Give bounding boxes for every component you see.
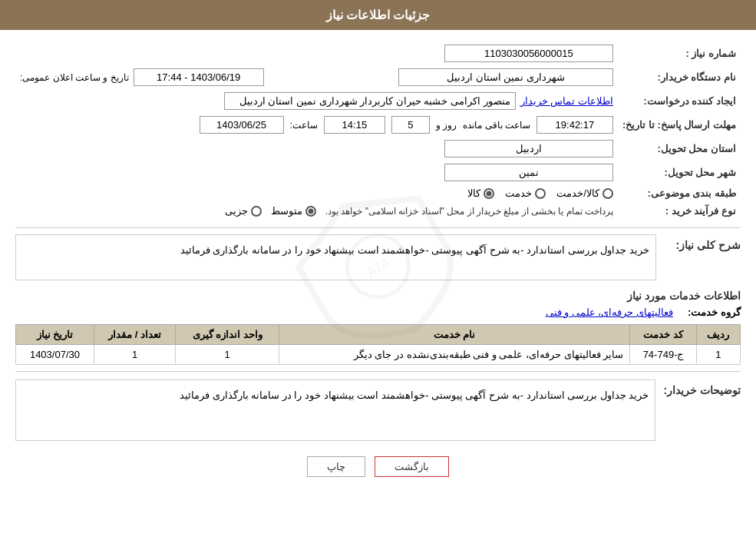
buyer-org-label: نام دستگاه خریدار: — [618, 65, 741, 89]
radio-jozyi-icon — [251, 206, 262, 217]
need-number-value: 1103030056000015 — [348, 41, 618, 65]
divider-2 — [15, 371, 741, 372]
buyer-notes-text: خرید جداول بررسی استاندارد -به شرح آگهی … — [180, 389, 649, 401]
radio-khedmat-icon — [535, 188, 546, 199]
city-row: شهر محل تحویل: نمین — [15, 161, 741, 184]
col-header-code: کد خدمت — [630, 325, 697, 345]
procurement-label: نوع فرآیند خرید : — [618, 202, 741, 220]
proc-option-mutawassit[interactable]: متوسط — [271, 205, 316, 217]
service-group-value[interactable]: فعالیتهای حرفه‌ای، علمی و فنی — [546, 306, 673, 318]
need-number-label: شماره نیاز : — [618, 41, 741, 65]
print-button[interactable]: چاپ — [307, 456, 365, 477]
radio-kala-icon — [484, 188, 494, 199]
page-title: جزئیات اطلاعات نیاز — [326, 8, 431, 22]
deadline-days-label: روز و — [436, 120, 457, 131]
radio-mutawassit-icon — [305, 206, 316, 217]
procurement-note: پرداخت تمام یا بخشی از مبلغ خریدار از مح… — [325, 206, 613, 217]
deadline-days-display: 5 — [391, 116, 430, 134]
main-info-table: شماره نیاز : 1103030056000015 نام دستگاه… — [15, 41, 741, 220]
cell-date: 1403/07/30 — [16, 345, 94, 365]
deadline-label: مهلت ارسال پاسخ: تا تاریخ: — [618, 113, 741, 137]
proc-option-jozyi[interactable]: جزیی — [225, 205, 262, 217]
services-table: ردیف کد خدمت نام خدمت واحد اندازه گیری ت… — [15, 324, 741, 365]
category-option-khedmat[interactable]: خدمت — [505, 187, 546, 199]
radio-kala-khedmat-icon — [602, 188, 613, 199]
buyer-announce-row: نام دستگاه خریدار: شهرداری نمین استان ار… — [15, 65, 741, 89]
deadline-date-display: 1403/06/25 — [200, 116, 284, 134]
proc-label-mutawassit: متوسط — [271, 205, 302, 217]
buyer-org-display: شهرداری نمین استان اردبیل — [398, 68, 613, 86]
contact-link[interactable]: اطلاعات تماس خریدار — [520, 95, 613, 107]
creator-display: منصور اکرامی خشبه حیران کاربردار شهرداری… — [224, 92, 516, 110]
category-label-kala-khedmat: کالا/خدمت — [556, 187, 599, 199]
back-button[interactable]: بازگشت — [375, 456, 449, 477]
col-header-row: ردیف — [696, 325, 740, 345]
need-desc-label: شرح کلی نیاز: — [664, 239, 741, 251]
cell-qty: 1 — [94, 345, 176, 365]
province-display: اردبیل — [444, 140, 613, 157]
procurement-type-group: متوسط جزیی — [225, 205, 316, 217]
page-header: جزئیات اطلاعات نیاز — [0, 0, 756, 30]
deadline-time-display: 14:15 — [324, 116, 385, 134]
announce-date-display: 1403/06/19 - 17:44 — [134, 68, 264, 86]
need-number-row: شماره نیاز : 1103030056000015 — [15, 41, 741, 65]
services-title: اطلاعات خدمات مورد نیاز — [15, 290, 741, 302]
cell-code: ج-749-74 — [630, 345, 697, 365]
category-label-kala: کالا — [467, 187, 480, 199]
proc-label-jozyi: جزیی — [225, 205, 248, 217]
buyer-org-value: شهرداری نمین استان اردبیل — [335, 65, 618, 89]
services-table-header-row: ردیف کد خدمت نام خدمت واحد اندازه گیری ت… — [16, 325, 741, 345]
col-header-qty: تعداد / مقدار — [94, 325, 176, 345]
col-header-name: نام خدمت — [279, 325, 629, 345]
province-label: استان محل تحویل: — [618, 137, 741, 161]
action-buttons-row: بازگشت چاپ — [15, 456, 741, 492]
procurement-row: نوع فرآیند خرید : پرداخت تمام یا بخشی از… — [15, 202, 741, 220]
deadline-remaining-display: 19:42:17 — [536, 116, 613, 134]
category-option-kala-khedmat[interactable]: کالا/خدمت — [556, 187, 613, 199]
category-option-kala[interactable]: کالا — [467, 187, 494, 199]
announce-label: تاریخ و ساعت اعلان عمومی: — [20, 72, 129, 83]
city-label: شهر محل تحویل: — [618, 161, 741, 184]
divider-1 — [15, 227, 741, 228]
service-group-label: گروه خدمت: — [679, 306, 741, 318]
deadline-row: مهلت ارسال پاسخ: تا تاریخ: 19:42:17 ساعت… — [15, 113, 741, 137]
table-row: 1 ج-749-74 سایر فعالیتهای حرفه‌ای، علمی … — [16, 345, 741, 365]
deadline-remaining-label: ساعت باقی مانده — [463, 120, 530, 131]
col-header-date: تاریخ نیاز — [16, 325, 94, 345]
col-header-unit: واحد اندازه گیری — [176, 325, 279, 345]
cell-unit: 1 — [176, 345, 279, 365]
province-row: استان محل تحویل: اردبیل — [15, 137, 741, 161]
cell-row: 1 — [696, 345, 740, 365]
creator-row: ایجاد کننده درخواست: اطلاعات تماس خریدار… — [15, 89, 741, 113]
category-radio-group: کالا/خدمت خدمت کالا — [20, 187, 613, 199]
need-number-display: 1103030056000015 — [444, 45, 613, 62]
category-label: طبقه بندی موضوعی: — [618, 184, 741, 202]
deadline-time-label: ساعت: — [290, 120, 318, 131]
service-group-row: گروه خدمت: فعالیتهای حرفه‌ای، علمی و فنی — [15, 306, 741, 318]
buyer-notes-box: خرید جداول بررسی استاندارد -به شرح آگهی … — [15, 379, 655, 441]
need-desc-text: خرید جداول بررسی استاندارد -به شرح آگهی … — [180, 244, 649, 256]
cell-name: سایر فعالیتهای حرفه‌ای، علمی و فنی طبقه‌… — [279, 345, 629, 365]
buyer-notes-label: توضیحات خریدار: — [663, 384, 741, 396]
category-label-khedmat: خدمت — [505, 187, 532, 199]
category-row: طبقه بندی موضوعی: کالا/خدمت خدمت — [15, 184, 741, 202]
need-desc-box: خرید جداول بررسی استاندارد -به شرح آگهی … — [15, 234, 656, 280]
city-display: نمین — [444, 164, 613, 181]
creator-label: ایجاد کننده درخواست: — [618, 89, 741, 113]
